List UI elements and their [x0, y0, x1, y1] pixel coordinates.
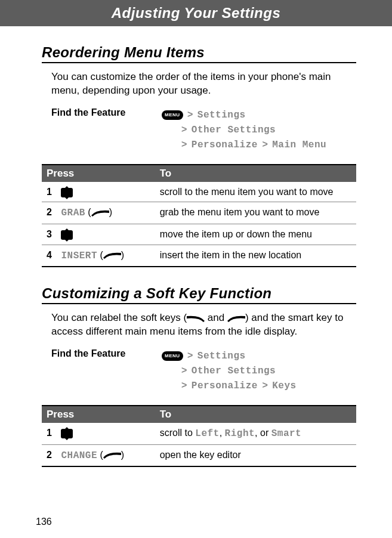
step-number: 1	[47, 185, 58, 199]
ftf-path: MENU > Settings > Other Settings > Perso…	[162, 348, 297, 393]
path-separator: >	[181, 124, 187, 134]
softkey-label-insert: INSERT	[61, 251, 97, 261]
step-description: move the item up or down the menu	[155, 224, 356, 245]
step-number: 2	[47, 206, 58, 219]
path-personalize: Personalize	[192, 140, 258, 150]
path-keys: Keys	[272, 381, 296, 391]
col-header-press: Press	[42, 165, 155, 182]
nav-key-icon	[61, 429, 73, 438]
find-the-feature-1: Find the Feature MENU > Settings > Other…	[51, 107, 356, 152]
step-text: , or	[255, 428, 271, 438]
step-description: open the key editor	[155, 444, 356, 466]
ftf-label: Find the Feature	[51, 348, 162, 393]
table-row: 1 scroll to the menu item you want to mo…	[42, 182, 356, 202]
ftf-path: MENU > Settings > Other Settings > Perso…	[162, 107, 326, 152]
path-separator: >	[181, 139, 187, 149]
col-header-press: Press	[42, 406, 155, 423]
section-title-softkey: Customizing a Soft Key Function	[42, 285, 356, 304]
nav-key-icon	[61, 188, 73, 197]
section-intro-softkey: You can relabel the soft keys ( and ) an…	[51, 311, 356, 339]
intro-text: and	[205, 312, 227, 323]
page-header: Adjusting Your Settings	[0, 0, 392, 26]
path-separator: >	[262, 139, 267, 149]
table-row: 2 GRAB () grab the menu item you want to…	[42, 202, 356, 224]
page-number: 136	[36, 517, 52, 527]
menu-key-icon: MENU	[162, 351, 183, 361]
step-description: scroll to the menu item you want to move	[155, 182, 356, 202]
col-header-to: To	[155, 165, 356, 182]
right-softkey-icon	[91, 209, 109, 217]
step-description: insert the item in the new location	[155, 245, 356, 267]
nav-key-icon	[61, 230, 73, 240]
step-text: scroll to	[160, 428, 196, 438]
intro-text: You can relabel the soft keys (	[51, 312, 187, 323]
menu-key-icon: MENU	[162, 110, 183, 120]
path-settings: Settings	[197, 351, 246, 361]
path-settings: Settings	[197, 110, 246, 120]
option-smart: Smart	[271, 428, 302, 439]
step-number: 1	[47, 426, 58, 440]
step-number: 3	[47, 228, 58, 241]
path-personalize: Personalize	[192, 381, 258, 391]
path-main-menu: Main Menu	[272, 140, 326, 150]
col-header-to: To	[155, 406, 356, 423]
path-separator: >	[181, 380, 187, 390]
left-softkey-icon	[187, 315, 205, 322]
softkey-label-change: CHANGE	[61, 450, 97, 461]
path-other-settings: Other Settings	[192, 366, 276, 376]
option-left: Left	[195, 428, 219, 439]
path-separator: >	[181, 365, 187, 375]
table-row: 1 scroll to Left, Right, or Smart	[42, 423, 356, 444]
steps-table-1: Press To 1 scroll to the menu item you w…	[42, 164, 356, 267]
right-softkey-icon	[103, 252, 121, 259]
table-row: 2 CHANGE () open the key editor	[42, 444, 356, 466]
step-text: ,	[220, 428, 225, 438]
step-description: grab the menu item you want to move	[155, 202, 356, 224]
path-other-settings: Other Settings	[192, 125, 276, 135]
path-separator: >	[187, 109, 193, 119]
table-row: 4 INSERT () insert the item in the new l…	[42, 245, 356, 267]
ftf-label: Find the Feature	[51, 107, 162, 152]
section-title-reordering: Reordering Menu Items	[42, 44, 356, 63]
right-softkey-icon	[103, 452, 121, 459]
path-separator: >	[262, 380, 267, 390]
step-number: 4	[47, 249, 58, 262]
steps-table-2: Press To 1 scroll to Left, Right, or Sma…	[42, 405, 356, 467]
step-number: 2	[47, 449, 58, 462]
page-content: Reordering Menu Items You can customize …	[0, 26, 392, 467]
find-the-feature-2: Find the Feature MENU > Settings > Other…	[51, 348, 356, 393]
right-softkey-icon	[227, 315, 245, 322]
softkey-label-grab: GRAB	[61, 208, 85, 218]
section-intro-reordering: You can customize the order of the items…	[51, 70, 356, 98]
path-separator: >	[187, 350, 193, 360]
option-right: Right	[225, 428, 255, 439]
table-row: 3 move the item up or down the menu	[42, 224, 356, 245]
step-description: scroll to Left, Right, or Smart	[155, 423, 356, 444]
